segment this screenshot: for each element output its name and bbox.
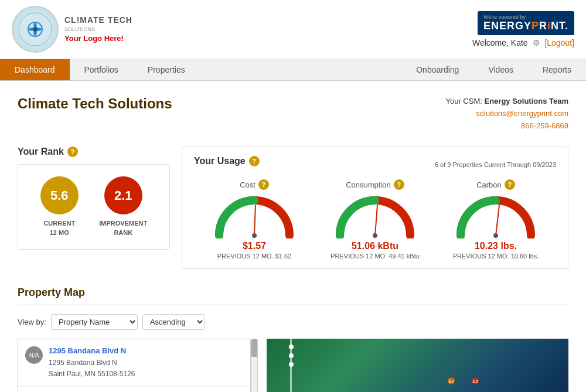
gauge-consumption-help[interactable]: ? [394, 179, 404, 190]
gauge-carbon-help[interactable]: ? [505, 179, 515, 190]
csm-name: Energy Solutions Team [484, 97, 568, 105]
gauges-row: Cost ? $1.57 [194, 179, 556, 260]
map-pin-1-label: 3.7 [448, 379, 454, 383]
gauge-cost-previous: PREVIOUS 12 MO. $1.62 [194, 253, 315, 260]
rank-improvement-label: IMPROVEMENTRANK [99, 219, 147, 237]
gauge-carbon-value: 10.23 lbs. [435, 241, 556, 251]
rank-section-title: Your Rank ? [18, 146, 170, 157]
scrollbar-thumb[interactable] [251, 339, 257, 357]
svg-line-5 [375, 205, 377, 236]
view-by-label: View by: [18, 318, 46, 326]
main-content: Climate Tech Solutions Your CSM: Energy … [0, 81, 586, 392]
rank-improvement: 2.1 IMPROVEMENTRANK [99, 176, 147, 237]
property-name[interactable]: 1295 Bandana Blvd N [49, 345, 135, 357]
gauge-carbon-svg [455, 195, 537, 238]
tab-properties[interactable]: Properties [133, 59, 200, 80]
csm-info: Your CSM: Energy Solutions Team solution… [445, 96, 568, 132]
gauge-consumption-title: Consumption ? [315, 179, 435, 190]
gear-icon[interactable]: ⚙ [533, 38, 540, 47]
nav-left: Dashboard Portfolios Properties [0, 59, 200, 80]
list-scrollbar[interactable] [251, 339, 258, 392]
gauge-cost: Cost ? $1.57 [194, 179, 315, 260]
gauge-carbon-title: Carbon ? [435, 179, 556, 190]
tab-portfolios[interactable]: Portfolios [70, 59, 133, 80]
svg-point-8 [493, 233, 498, 238]
logo-solutions: SOLUTIONS [64, 26, 132, 33]
list-item[interactable]: N/A 1295 Bandana Blvd N 1295 Bandana Blv… [18, 339, 250, 386]
tab-onboarding[interactable]: Onboarding [401, 59, 473, 80]
map-dot-1 [289, 345, 294, 349]
nav-right: Onboarding Videos Reports [401, 59, 586, 80]
csm-email[interactable]: solutions@energyprint.com [476, 109, 568, 118]
tab-reports[interactable]: Reports [528, 59, 586, 80]
logo-your-logo: Your Logo Here! [64, 33, 132, 44]
rank-section: Your Rank ? 5.6 CURRENT12 MO 2.1 IMPROVE… [18, 146, 170, 269]
gauge-carbon-previous: PREVIOUS 12 MO. 10.60 lbs. [435, 253, 556, 260]
tab-dashboard[interactable]: Dashboard [0, 59, 70, 80]
map-pin-1[interactable]: 3.7 [448, 377, 455, 384]
powered-by-text: We're powered by [483, 14, 568, 20]
svg-line-7 [496, 205, 499, 236]
rank-improvement-circle: 2.1 [104, 176, 142, 214]
logo-brand: CL!MATE TECH [64, 15, 132, 26]
rank-help-icon[interactable]: ? [67, 146, 78, 157]
header: CL!MATE TECH SOLUTIONS Your Logo Here! W… [0, 0, 586, 59]
sort-select[interactable]: Ascending Descending [142, 314, 205, 330]
rank-box: 5.6 CURRENT12 MO 2.1 IMPROVEMENTRANK [18, 164, 170, 250]
logo-svg [18, 12, 53, 47]
page-title: Climate Tech Solutions [18, 96, 172, 112]
property-address: 1295 Bandana Blvd N [49, 357, 135, 369]
property-list-container: N/A 1295 Bandana Blvd N 1295 Bandana Blv… [18, 339, 258, 392]
svg-line-3 [254, 205, 255, 236]
view-by-select[interactable]: Property Name Current Rank Improvement R… [51, 314, 138, 330]
usage-section: Your Usage ? 6 of 9 Properties Current T… [182, 146, 568, 269]
nav-bar: Dashboard Portfolios Properties Onboardi… [0, 59, 586, 81]
svg-point-4 [252, 233, 257, 238]
gauge-cost-svg [213, 195, 295, 238]
gauge-consumption-value: 51.06 kBtu [315, 241, 435, 251]
map-section: Property Map View by: Property Name Curr… [18, 287, 568, 392]
logo-circle [12, 6, 59, 53]
gauge-consumption: Consumption ? 51.06 kBtu PREVIOUS 12 MO.… [315, 179, 435, 260]
svg-point-6 [373, 233, 377, 238]
property-city: Saint Paul, MN 55108-5126 [49, 369, 135, 380]
tab-videos[interactable]: Videos [473, 59, 528, 80]
logo-text-block: CL!MATE TECH SOLUTIONS Your Logo Here! [64, 15, 132, 44]
property-badge: N/A [25, 346, 43, 364]
map-pin-2-label: 2.9 [472, 379, 478, 383]
map-pin-2[interactable]: 2.9 [472, 377, 479, 384]
properties-info: 6 of 9 Properties Current Through 09/202… [435, 161, 556, 168]
usage-section-title: Your Usage ? [194, 156, 260, 166]
logo-area: CL!MATE TECH SOLUTIONS Your Logo Here! [12, 6, 132, 53]
usage-help-icon[interactable]: ? [249, 156, 260, 166]
csm-phone: 866-259-6869 [445, 120, 568, 132]
rank-improvement-value: 2.1 [114, 188, 132, 203]
svg-point-2 [33, 27, 38, 32]
sections-row: Your Rank ? 5.6 CURRENT12 MO 2.1 IMPROVE… [18, 146, 568, 269]
rank-current-value: 5.6 [50, 188, 69, 203]
map-overlay: 3.7 2.9 [267, 339, 568, 392]
map-image[interactable]: 3.7 2.9 [267, 339, 568, 392]
map-row: N/A 1295 Bandana Blvd N 1295 Bandana Blv… [18, 339, 568, 392]
usage-header: Your Usage ? 6 of 9 Properties Current T… [194, 156, 556, 173]
gauge-carbon: Carbon ? 10.23 lbs. PREVIOUS 12 MO. 10.6… [435, 179, 556, 260]
usage-title-label: Your Usage [194, 156, 246, 166]
logout-link[interactable]: [Logout] [544, 38, 574, 47]
gauge-consumption-svg [334, 195, 416, 238]
map-dot-3 [289, 362, 294, 367]
main-header-row: Climate Tech Solutions Your CSM: Energy … [18, 96, 568, 132]
gauge-cost-help[interactable]: ? [258, 179, 269, 190]
header-right: We're powered by ENERGYPRiNT. Welcome, K… [472, 11, 574, 47]
map-controls: View by: Property Name Current Rank Impr… [18, 314, 568, 330]
welcome-text: Welcome, Kate ⚙ [Logout] [472, 38, 574, 47]
property-info: 1295 Bandana Blvd N 1295 Bandana Blvd N … [49, 345, 135, 380]
rank-current-label: CURRENT12 MO [40, 219, 79, 237]
csm-label-row: Your CSM: Energy Solutions Team [445, 96, 568, 108]
rank-current-circle: 5.6 [40, 176, 79, 214]
property-list[interactable]: N/A 1295 Bandana Blvd N 1295 Bandana Blv… [18, 339, 251, 392]
csm-label: Your CSM: [445, 97, 482, 105]
rank-current: 5.6 CURRENT12 MO [40, 176, 79, 237]
map-title: Property Map [18, 287, 568, 299]
welcome-label: Welcome, Kate [472, 38, 528, 47]
rank-title-label: Your Rank [18, 146, 64, 157]
